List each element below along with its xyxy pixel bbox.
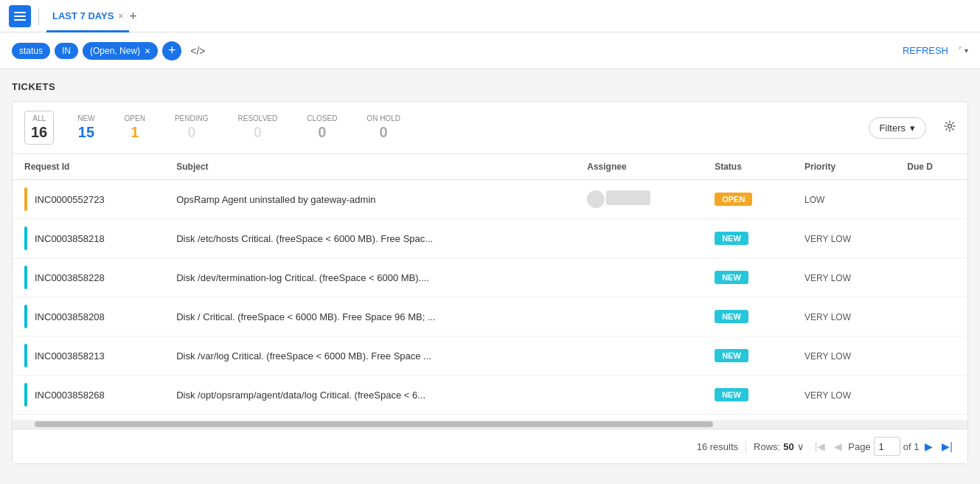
summary-tab-closed[interactable]: CLOSED 0 — [301, 111, 343, 144]
filter-bar: status IN (Open, New) × + </> REFRESH ▾ — [0, 32, 980, 69]
first-page-button[interactable]: |◀ — [812, 439, 829, 454]
priority-value: VERY LOW — [804, 351, 851, 362]
cell-due — [895, 415, 967, 421]
cell-due — [895, 376, 967, 415]
summary-tab-pending[interactable]: PENDING 0 — [169, 111, 215, 144]
col-assignee[interactable]: Assignee — [575, 154, 703, 180]
horizontal-scrollbar[interactable] — [13, 420, 967, 429]
tab-last7days[interactable]: LAST 7 DAYS × — [46, 0, 129, 32]
filters-label: Filters — [880, 122, 906, 134]
col-due[interactable]: Due D — [895, 154, 967, 180]
priority-value: LOW — [804, 195, 824, 205]
tab-close-button[interactable]: × — [118, 11, 123, 21]
tab-all-count: 16 — [31, 124, 47, 141]
filters-button[interactable]: Filters ▾ — [869, 117, 926, 139]
page-of: of 1 — [903, 441, 920, 452]
table-row[interactable]: INC0003858248Disk /var/lib Critical. (fr… — [13, 415, 967, 421]
cell-subject: Disk / Critical. (freeSpace < 6000 MB). … — [164, 297, 575, 336]
filter-chip-status[interactable]: status — [12, 43, 50, 59]
table-container: Request Id Subject Assignee Status Prior… — [13, 154, 967, 420]
summary-tab-new[interactable]: NEW 15 — [72, 111, 100, 144]
chip-status-label: status — [19, 46, 43, 56]
svg-rect-1 — [14, 15, 26, 17]
table-row[interactable]: INC0003858228Disk /dev/termination-log C… — [13, 258, 967, 297]
scroll-thumb[interactable] — [35, 421, 713, 427]
summary-tab-resolved[interactable]: RESOLVED 0 — [232, 111, 284, 144]
menu-button[interactable] — [9, 5, 31, 27]
subject-value: OpsRamp Agent uninstalled by gateway-adm… — [176, 194, 375, 205]
page-input[interactable] — [874, 437, 900, 456]
prev-page-button[interactable]: ◀ — [831, 439, 845, 454]
request-id-value: INC0003858228 — [35, 272, 105, 283]
rows-select[interactable]: Rows: 50 ∨ — [754, 441, 804, 452]
gear-button[interactable] — [944, 120, 956, 135]
cell-assignee — [575, 336, 703, 376]
tab-onhold-label: ON HOLD — [366, 114, 400, 122]
filters-arrow: ▾ — [910, 122, 915, 134]
cell-subject: Disk /var/log Critical. (freeSpace < 600… — [164, 336, 575, 376]
tab-open-count: 1 — [131, 124, 139, 141]
pagination: |◀ ◀ Page of 1 ▶ ▶| — [812, 437, 956, 456]
cell-request-id: INC0003858228 — [13, 258, 164, 297]
rows-value: 50 — [783, 441, 793, 452]
col-status[interactable]: Status — [703, 154, 793, 180]
summary-tab-onhold[interactable]: ON HOLD 0 — [361, 111, 406, 144]
table-row[interactable]: INC0003858213Disk /var/log Critical. (fr… — [13, 336, 967, 376]
avatar — [587, 190, 605, 208]
cell-request-id: INC0000552723 — [13, 180, 164, 219]
cell-status: NEW — [703, 219, 793, 258]
cell-assignee — [575, 258, 703, 297]
svg-point-5 — [948, 125, 952, 128]
filter-code-button[interactable]: </> — [186, 42, 209, 60]
chip-in-label: IN — [62, 46, 71, 56]
cell-request-id: INC0003858213 — [13, 336, 164, 376]
summary-tab-all[interactable]: ALL 16 — [24, 111, 54, 145]
tab-add-button[interactable]: + — [129, 10, 137, 23]
assignee-avatars — [587, 190, 691, 208]
last-page-button[interactable]: ▶| — [939, 439, 956, 454]
tab-resolved-count: 0 — [254, 124, 262, 141]
cell-status: OPEN — [703, 180, 793, 219]
cell-subject: Disk /etc/hosts Critical. (freeSpace < 6… — [164, 219, 575, 258]
row-indicator — [24, 305, 27, 328]
next-page-button[interactable]: ▶ — [922, 439, 936, 454]
tickets-table: Request Id Subject Assignee Status Prior… — [13, 154, 967, 420]
filter-chip-close-button[interactable]: × — [145, 45, 150, 57]
request-id-value: INC0003858268 — [35, 390, 105, 401]
col-priority[interactable]: Priority — [793, 154, 895, 180]
refresh-icon — [951, 46, 962, 56]
subject-value: Disk /etc/hosts Critical. (freeSpace < 6… — [176, 233, 433, 244]
subject-value: Disk /var/log Critical. (freeSpace < 600… — [176, 350, 431, 362]
chip-value-label: (Open, New) — [90, 46, 140, 56]
svg-rect-4 — [959, 46, 962, 47]
cell-request-id: INC0003858208 — [13, 297, 164, 336]
cell-assignee — [575, 376, 703, 415]
refresh-dropdown-icon: ▾ — [965, 46, 968, 55]
cell-request-id: INC0003858218 — [13, 219, 164, 258]
rows-arrow: ∨ — [797, 441, 804, 452]
summary-tab-open[interactable]: OPEN 1 — [119, 111, 151, 144]
table-row[interactable]: INC0003858268Disk /opt/opsramp/agent/dat… — [13, 376, 967, 415]
cell-priority: VERY LOW — [793, 219, 895, 258]
table-row[interactable]: INC0003858208Disk / Critical. (freeSpace… — [13, 297, 967, 336]
filter-chip-in[interactable]: IN — [55, 43, 78, 59]
col-request-id[interactable]: Request Id — [13, 154, 164, 180]
priority-value: VERY LOW — [804, 312, 851, 322]
table-row[interactable]: INC0000552723OpsRamp Agent uninstalled b… — [13, 180, 967, 219]
priority-value: VERY LOW — [804, 273, 851, 283]
tab-resolved-label: RESOLVED — [238, 114, 278, 122]
refresh-button[interactable]: REFRESH ▾ — [903, 45, 968, 56]
filter-add-button[interactable]: + — [162, 41, 181, 60]
table-row[interactable]: INC0003858218Disk /etc/hosts Critical. (… — [13, 219, 967, 258]
filter-chip-value[interactable]: (Open, New) × — [83, 42, 158, 60]
subject-value: Disk / Critical. (freeSpace < 6000 MB). … — [176, 311, 436, 322]
cell-assignee — [575, 219, 703, 258]
cell-priority: VERY LOW — [793, 258, 895, 297]
rows-label: Rows: — [754, 441, 780, 452]
top-bar: LAST 7 DAYS × + — [0, 0, 980, 32]
status-badge: NEW — [715, 271, 748, 284]
cell-subject: Disk /var/lib Critical. (freeSpace < 600… — [164, 415, 575, 421]
cell-due — [895, 219, 967, 258]
cell-due — [895, 258, 967, 297]
col-subject[interactable]: Subject — [164, 154, 575, 180]
